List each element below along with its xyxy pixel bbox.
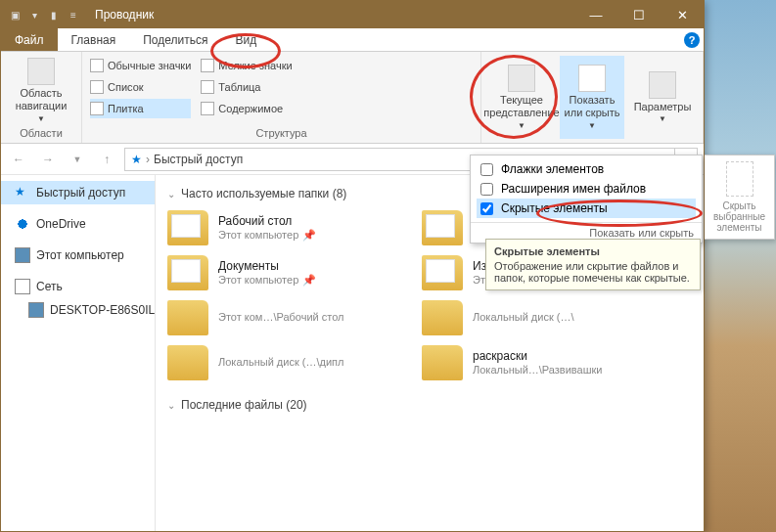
chevron-right-icon: › xyxy=(146,153,150,166)
options-button[interactable]: Параметры ▼ xyxy=(630,56,695,139)
layout-regular-icons[interactable]: Обычные значки xyxy=(90,56,191,75)
home-tab[interactable]: Главная xyxy=(58,28,130,51)
cloud-icon xyxy=(15,216,30,232)
current-view-icon xyxy=(508,65,535,92)
window-controls: — ☐ ✕ xyxy=(574,1,704,28)
layout-tile[interactable]: Плитка xyxy=(90,99,191,118)
ribbon: Область навигации ▼ Области Обычные знач… xyxy=(1,52,704,144)
dropdown-item-hidden[interactable]: Скрытые элементы xyxy=(477,199,696,218)
folder-icon xyxy=(422,210,463,245)
help-button[interactable]: ? xyxy=(680,28,704,51)
sidebar-item-network[interactable]: Сеть xyxy=(1,275,155,298)
hide-selected-icon xyxy=(726,161,753,197)
maximize-button[interactable]: ☐ xyxy=(617,1,661,28)
ribbon-group-view: Текущее представление ▼ Показать или скр… xyxy=(481,52,704,143)
chevron-down-icon: ⌄ xyxy=(167,189,175,200)
group-label-layout: Структура xyxy=(90,125,473,139)
layout-small-icons[interactable]: Мелкие значки xyxy=(201,56,292,75)
chevron-down-icon: ▼ xyxy=(659,114,666,123)
ribbon-group-areas: Область навигации ▼ Области xyxy=(1,52,82,143)
folder-icon xyxy=(167,345,208,380)
tile-icon xyxy=(90,102,104,115)
sidebar-item-desktop-pc[interactable]: DESKTOP-E86S0IL xyxy=(1,298,155,322)
layout-content[interactable]: Содержимое xyxy=(201,99,292,118)
sidebar-label: OneDrive xyxy=(36,217,86,231)
checkbox[interactable] xyxy=(480,202,493,215)
network-icon xyxy=(15,279,30,294)
ribbon-group-layout: Обычные значки Мелкие значки Список Табл… xyxy=(82,52,481,143)
folder-item[interactable]: Локальный диск (…\дипл xyxy=(167,345,402,380)
star-icon: ★ xyxy=(15,185,30,200)
sidebar-item-quick-access[interactable]: ★ Быстрый доступ xyxy=(1,181,155,204)
tooltip: Скрытые элементы Отображение или скрытие… xyxy=(485,239,701,290)
chevron-down-icon: ⌄ xyxy=(167,400,175,411)
titlebar: ▣ ▾ ▮ ≡ Проводник — ☐ ✕ xyxy=(1,1,704,28)
sidebar-item-thispc[interactable]: Этот компьютер xyxy=(1,244,155,267)
close-button[interactable]: ✕ xyxy=(661,1,704,28)
section-title: Часто используемые папки (8) xyxy=(181,187,346,200)
show-hide-label: Показать или скрыть xyxy=(560,94,624,118)
back-button[interactable]: ← xyxy=(7,148,30,171)
folder-item[interactable]: Этот ком…\Рабочий стол xyxy=(167,300,402,335)
forward-button[interactable]: → xyxy=(36,148,60,171)
layout-options: Обычные значки Мелкие значки Список Табл… xyxy=(90,56,293,125)
sidebar-label: Сеть xyxy=(36,280,63,293)
options-label: Параметры xyxy=(634,101,692,113)
up-button[interactable]: ↑ xyxy=(95,148,118,171)
folder-item[interactable]: Рабочий столЭтот компьютер📌 xyxy=(167,210,402,245)
folder-icon xyxy=(422,300,463,335)
chevron-down-icon: ▼ xyxy=(37,114,45,123)
folder-icon xyxy=(167,255,208,290)
chevron-down-icon: ▼ xyxy=(518,121,525,130)
view-tab[interactable]: Вид xyxy=(221,28,270,51)
folder-item[interactable]: раскраскиЛокальный…\Развивашки xyxy=(422,345,657,380)
recent-locations-button[interactable]: ▼ xyxy=(66,148,89,171)
show-hide-button[interactable]: Показать или скрыть ▼ xyxy=(560,56,624,139)
separator-icon: ▮ xyxy=(46,7,62,22)
window-title: Проводник xyxy=(95,8,154,22)
dropdown-item-extensions[interactable]: Расширения имен файлов xyxy=(477,179,696,199)
minimize-button[interactable]: — xyxy=(574,1,617,28)
current-view-button[interactable]: Текущее представление ▼ xyxy=(489,56,554,139)
hide-selected-label: Скрыть выбранные элементы xyxy=(713,200,765,233)
section-recent-files[interactable]: ⌄ Последние файлы (20) xyxy=(167,398,692,412)
layout-table[interactable]: Таблица xyxy=(201,77,292,97)
dropdown-icon[interactable]: ▾ xyxy=(26,7,42,22)
pin-icon: 📌 xyxy=(302,229,316,241)
icons-icon xyxy=(201,59,214,72)
folder-item[interactable]: Локальный диск (…\ xyxy=(422,300,657,335)
hide-selected-panel[interactable]: Скрыть выбранные элементы xyxy=(705,155,775,240)
dropdown-item-checkboxes[interactable]: Флажки элементов xyxy=(477,159,696,179)
star-icon: ★ xyxy=(131,153,142,166)
sidebar-label: Быстрый доступ xyxy=(36,186,125,200)
share-tab[interactable]: Поделиться xyxy=(129,28,221,51)
customize-icon[interactable]: ≡ xyxy=(66,7,81,22)
show-hide-icon xyxy=(578,65,606,92)
folder-item[interactable]: ДокументыЭтот компьютер📌 xyxy=(167,255,402,290)
show-hide-dropdown: Флажки элементов Расширения имен файлов … xyxy=(470,155,703,244)
breadcrumb-path: Быстрый доступ xyxy=(154,153,243,166)
checkbox[interactable] xyxy=(480,183,493,196)
sidebar-label: Этот компьютер xyxy=(36,248,124,262)
sidebar: ★ Быстрый доступ OneDrive Этот компьютер… xyxy=(1,175,156,531)
navigation-pane-button[interactable]: Область навигации ▼ xyxy=(9,56,73,125)
help-icon: ? xyxy=(684,32,700,48)
list-icon xyxy=(90,80,104,94)
icons-icon xyxy=(90,59,104,72)
chevron-down-icon: ▼ xyxy=(588,121,596,130)
folder-icon xyxy=(422,255,463,290)
table-icon xyxy=(201,80,214,94)
computer-icon xyxy=(15,247,30,263)
folder-icon: ▣ xyxy=(7,7,23,22)
checkbox[interactable] xyxy=(480,163,493,176)
layout-list[interactable]: Список xyxy=(90,77,191,97)
quick-access-toolbar: ▣ ▾ ▮ ≡ xyxy=(1,7,87,22)
computer-icon xyxy=(28,302,44,318)
file-tab[interactable]: Файл xyxy=(1,28,58,51)
folder-icon xyxy=(167,300,208,335)
sidebar-item-onedrive[interactable]: OneDrive xyxy=(1,212,155,236)
navigation-pane-label: Область навигации xyxy=(9,87,73,111)
content-icon xyxy=(201,102,214,115)
navigation-pane-icon xyxy=(27,58,55,85)
group-label-areas: Области xyxy=(9,125,73,139)
